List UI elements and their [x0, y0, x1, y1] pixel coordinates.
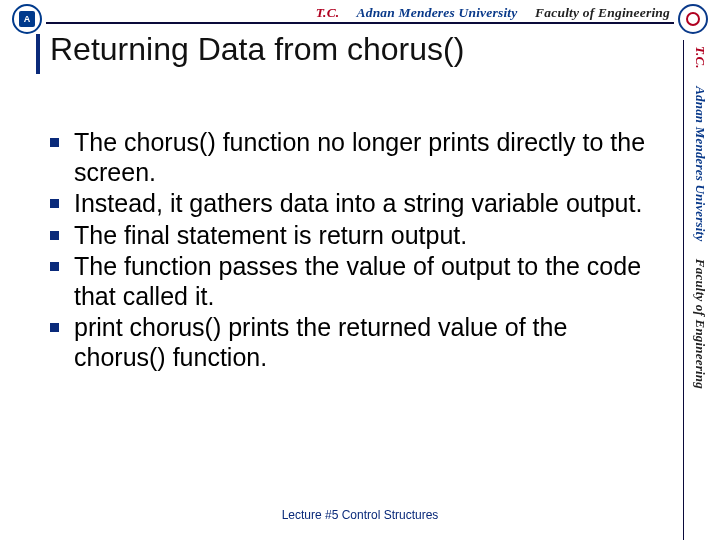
list-item: The final statement is return output.: [44, 221, 648, 251]
slide: A T.C. Adnan Menderes University Faculty…: [0, 0, 720, 540]
list-item: The function passes the value of output …: [44, 252, 648, 311]
right-banner: T.C. Adnan Menderes University Faculty o…: [686, 46, 714, 530]
footer-text: Lecture #5 Control Structures: [0, 508, 720, 522]
title-accent-bar: [36, 34, 40, 74]
list-item: The chorus() function no longer prints d…: [44, 128, 648, 187]
banner-university: Adnan Menderes University: [356, 5, 517, 20]
faculty-logo-right: [678, 4, 708, 34]
banner-faculty: Faculty of Engineering: [535, 5, 670, 20]
logo-left-glyph: A: [19, 11, 35, 27]
right-banner-text: T.C. Adnan Menderes University Faculty o…: [692, 46, 708, 389]
banner-text: T.C. Adnan Menderes University Faculty o…: [42, 5, 678, 21]
list-item: print chorus() prints the returned value…: [44, 313, 648, 372]
vbanner-faculty: Faculty of Engineering: [693, 259, 708, 389]
list-item: Instead, it gathers data into a string v…: [44, 189, 648, 219]
logo-right-glyph: [686, 12, 700, 26]
horizontal-rule: [46, 22, 674, 24]
vertical-rule: [683, 40, 684, 540]
title-area: Returning Data from chorus(): [36, 28, 660, 74]
banner-tc: T.C.: [316, 5, 340, 20]
vbanner-university: Adnan Menderes University: [693, 86, 708, 241]
slide-title: Returning Data from chorus(): [50, 28, 464, 67]
bullet-list: The chorus() function no longer prints d…: [44, 128, 648, 372]
body-area: The chorus() function no longer prints d…: [44, 128, 648, 374]
vbanner-tc: T.C.: [693, 46, 708, 69]
